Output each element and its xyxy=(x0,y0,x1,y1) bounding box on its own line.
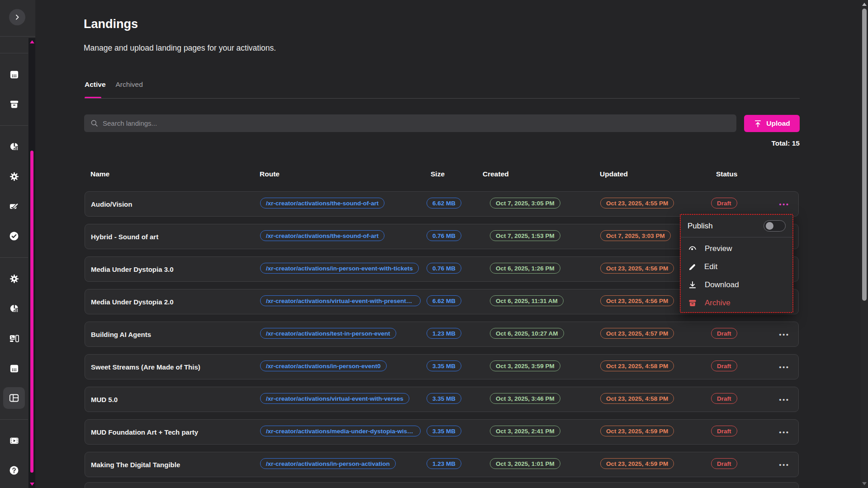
table-row: Building AI Agents/xr-creator/activation… xyxy=(85,322,799,347)
size-badge: 6.62 MB xyxy=(427,198,461,208)
updated-badge: Oct 23, 2025, 4:56 PM xyxy=(600,263,674,274)
route-cell: /xr-creator/activations/test-in-person-e… xyxy=(254,328,421,341)
sidebar-item-highlight xyxy=(3,166,25,187)
row-menu-button[interactable]: ••• xyxy=(776,394,792,405)
main-scrollbar[interactable] xyxy=(860,0,868,488)
table-row-partial xyxy=(85,482,799,488)
sidebar-scrollbar[interactable] xyxy=(28,38,35,488)
table-header: NameRouteSizeCreatedUpdatedStatus xyxy=(85,167,799,181)
search-box xyxy=(84,114,736,132)
sidebar-item-highlight xyxy=(3,225,25,247)
menu-item-preview[interactable]: Preview xyxy=(681,240,792,258)
created-cell: Oct 7, 2025, 1:53 PM xyxy=(483,230,594,243)
tab-active[interactable]: Active xyxy=(85,81,106,89)
sidebar-item-calendar[interactable] xyxy=(0,353,28,383)
expand-sidebar-button[interactable] xyxy=(9,9,25,25)
sidebar-item-archive[interactable] xyxy=(0,89,28,119)
route-badge: /xr-creator/activations/in-person-activa… xyxy=(260,458,396,469)
sidebar-divider xyxy=(0,36,35,37)
sidebar-item-calendar[interactable] xyxy=(0,59,28,89)
row-menu-button[interactable]: ••• xyxy=(776,426,792,438)
scroll-down-arrow-icon[interactable] xyxy=(862,482,867,485)
sidebar-item-help[interactable] xyxy=(0,455,28,485)
header-cell-name: Name xyxy=(85,170,254,178)
route-cell: /xr-creator/activations/the-sound-of-art xyxy=(254,198,421,210)
sidebar-item-gear[interactable] xyxy=(0,161,28,191)
created-badge: Oct 3, 2025, 3:46 PM xyxy=(490,393,560,404)
upload-button[interactable]: Upload xyxy=(744,115,800,132)
size-cell: 6.62 MB xyxy=(421,295,483,308)
route-cell: /xr-creator/activations/in-person-event-… xyxy=(254,263,421,275)
search-input[interactable] xyxy=(103,119,730,127)
tab-archived[interactable]: Archived xyxy=(116,81,143,89)
menu-item-edit[interactable]: Edit xyxy=(681,258,792,276)
sidebar-item-highlight xyxy=(3,93,25,115)
menu-item-archive[interactable]: Archive xyxy=(681,294,792,312)
row-menu-button[interactable]: ••• xyxy=(776,361,792,373)
cell-name: Media Under Dystopia 2.0 xyxy=(85,298,254,306)
status-cell: Draft xyxy=(706,426,764,438)
publish-row: Publish xyxy=(681,215,792,237)
pie-chart-icon xyxy=(9,142,19,152)
publish-label: Publish xyxy=(688,222,713,231)
created-badge: Oct 7, 2025, 3:05 PM xyxy=(490,198,560,208)
table-row: MUD Foundation Art + Tech party/xr-creat… xyxy=(85,419,799,445)
sidebar-item-gear[interactable] xyxy=(0,264,28,294)
route-badge: /xr-creator/activations/virtual-event-wi… xyxy=(260,393,409,404)
size-badge: 0.76 MB xyxy=(427,230,461,241)
table-row: MUD 5.0/xr-creator/activations/virtual-e… xyxy=(85,387,799,412)
updated-badge: Oct 23, 2025, 4:59 PM xyxy=(600,458,674,469)
updated-cell: Oct 23, 2025, 4:59 PM xyxy=(594,458,706,471)
scroll-up-arrow-icon[interactable] xyxy=(30,40,34,43)
status-badge: Draft xyxy=(711,198,737,208)
sidebar-item-devices[interactable] xyxy=(0,323,28,353)
sidebar-item-highlight xyxy=(3,298,25,319)
header-cell-updated: Updated xyxy=(594,170,705,178)
sidebar-item-highlight xyxy=(3,327,25,349)
publish-toggle[interactable] xyxy=(764,220,786,232)
scroll-up-arrow-icon[interactable] xyxy=(862,3,867,6)
created-badge: Oct 6, 2025, 11:31 AM xyxy=(490,295,564,306)
updated-cell: Oct 23, 2025, 4:58 PM xyxy=(594,393,706,406)
updated-badge: Oct 23, 2025, 4:58 PM xyxy=(600,393,674,404)
pencil-icon xyxy=(688,263,697,271)
status-cell: Draft xyxy=(706,198,764,210)
size-badge: 3.35 MB xyxy=(427,426,461,436)
updated-badge: Oct 23, 2025, 4:58 PM xyxy=(600,360,674,371)
cell-name: MUD 5.0 xyxy=(85,396,254,403)
scroll-down-arrow-icon[interactable] xyxy=(30,483,34,486)
route-cell: /xr-creator/activations/virtual-event-wi… xyxy=(254,295,421,308)
row-menu-button[interactable]: ••• xyxy=(776,199,792,210)
main-scrollbar-thumb[interactable] xyxy=(862,9,867,301)
route-badge: /xr-creator/activations/the-sound-of-art xyxy=(260,230,384,241)
menu-item-label: Download xyxy=(705,280,739,289)
sidebar-item-pie-chart[interactable] xyxy=(0,294,28,323)
created-cell: Oct 3, 2025, 2:41 PM xyxy=(483,426,594,438)
sidebar-item-pie-chart[interactable] xyxy=(0,132,28,161)
route-badge: /xr-creator/activations/in-person-event0 xyxy=(260,360,387,371)
sidebar-item-film[interactable] xyxy=(0,426,28,455)
sidebar-item-layout[interactable] xyxy=(0,383,28,413)
row-menu-button[interactable]: ••• xyxy=(776,459,792,470)
sidebar-item-card-edit[interactable] xyxy=(0,191,28,221)
archive-icon xyxy=(9,99,19,109)
created-cell: Oct 7, 2025, 3:05 PM xyxy=(483,198,594,210)
archive-red-icon xyxy=(688,298,697,308)
sidebar-item-highlight xyxy=(3,63,25,85)
row-menu-button[interactable]: ••• xyxy=(776,329,792,340)
sidebar-item-check-circle[interactable] xyxy=(0,221,28,251)
updated-cell: Oct 23, 2025, 4:55 PM xyxy=(594,198,706,210)
created-badge: Oct 7, 2025, 1:53 PM xyxy=(490,230,560,241)
table-row: Making The Digital Tangible/xr-creator/a… xyxy=(85,452,799,477)
size-badge: 3.35 MB xyxy=(427,360,461,371)
actions-cell: ••• xyxy=(764,199,798,210)
download-icon xyxy=(688,280,697,289)
status-badge: Draft xyxy=(711,328,737,339)
actions-cell: ••• xyxy=(764,329,798,340)
sidebar-scrollbar-thumb[interactable] xyxy=(30,151,33,473)
status-cell: Draft xyxy=(706,458,764,471)
updated-badge: Oct 23, 2025, 4:57 PM xyxy=(600,328,674,339)
created-cell: Oct 3, 2025, 3:46 PM xyxy=(483,393,594,406)
status-badge: Draft xyxy=(711,458,737,469)
menu-item-download[interactable]: Download xyxy=(681,276,792,294)
